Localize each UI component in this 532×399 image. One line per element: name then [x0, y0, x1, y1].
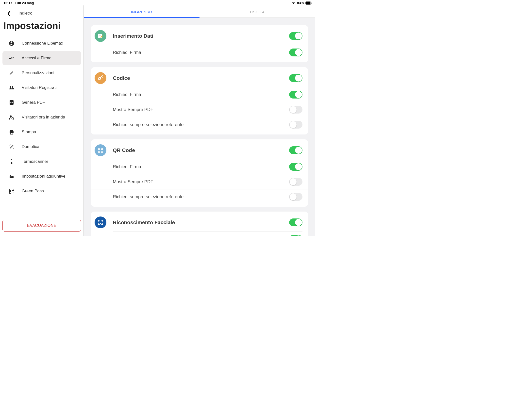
toggle-switch[interactable]	[289, 106, 302, 114]
status-date: Lun 23 mag	[15, 1, 34, 5]
squiggle-icon	[8, 55, 15, 61]
sidebar-item-thermo[interactable]: Termoscanner	[2, 154, 81, 169]
card-enable-toggle[interactable]	[289, 74, 302, 82]
tab-ingresso[interactable]: INGRESSO	[84, 5, 200, 17]
sidebar-item-label: Termoscanner	[22, 159, 48, 164]
wifi-icon	[292, 1, 296, 5]
sidebar-item-wand[interactable]: Domotica	[2, 140, 81, 154]
people-icon	[8, 84, 15, 91]
sidebar-item-label: Personalizzazioni	[22, 70, 54, 75]
card-body: Richiedi Firma Mostra Sempre PDF Richied…	[91, 159, 308, 207]
card-title: Inserimento Dati	[113, 33, 289, 39]
sliders-icon	[8, 173, 15, 180]
sidebar-item-label: Connessione Libemax	[22, 41, 63, 46]
nav-list: Connessione Libemax Accessi e Firma Pers…	[0, 36, 83, 216]
tab-uscita[interactable]: USCITA	[200, 5, 315, 17]
setting-row: Richiedi Firma	[91, 87, 308, 102]
svg-rect-49	[306, 2, 310, 4]
battery-icon	[305, 1, 312, 5]
setting-label: Richiedi Firma	[113, 164, 289, 169]
sidebar: ❮ Indietro Impostazioni Connessione Libe…	[0, 5, 84, 236]
card-key: Codice Richiedi Firma Mostra Sempre PDF …	[91, 67, 308, 134]
sidebar-item-label: Impostazioni aggiuntive	[22, 174, 66, 179]
setting-row: Richiedi Firma	[91, 45, 308, 60]
setting-row: Richiedi sempre selezione referente	[91, 189, 308, 204]
card-qrcode: QR Code Richiedi Firma Mostra Sempre PDF…	[91, 139, 308, 207]
sidebar-item-qr-grid[interactable]: Green Pass	[2, 184, 81, 198]
card-title: Codice	[113, 75, 289, 81]
sidebar-item-label: Green Pass	[22, 189, 44, 194]
card-header: Inserimento Dati	[91, 25, 308, 45]
setting-row: Richiedi Firma	[91, 232, 308, 236]
sidebar-item-label: Visitatori ora in azienda	[22, 115, 65, 120]
sidebar-item-globe[interactable]: Connessione Libemax	[2, 36, 81, 50]
key-icon	[95, 72, 106, 84]
sidebar-item-squiggle[interactable]: Accessi e Firma	[2, 51, 81, 65]
setting-row: Richiedi sempre selezione referente	[91, 117, 308, 132]
card-title: Riconoscimento Facciale	[113, 219, 289, 225]
cards-container[interactable]: Inserimento Dati Richiedi Firma Codice R…	[84, 18, 315, 236]
card-header: Riconoscimento Facciale	[91, 212, 308, 231]
face-id-icon	[95, 216, 106, 228]
setting-label: Richiedi sempre selezione referente	[113, 194, 289, 200]
sidebar-item-person-search[interactable]: Visitatori ora in azienda	[2, 110, 81, 124]
note-edit-icon	[95, 30, 106, 42]
person-search-icon	[8, 114, 15, 120]
card-body: Richiedi Firma Mostra Sempre PDF Richied…	[91, 87, 308, 134]
card-enable-toggle[interactable]	[289, 32, 302, 40]
card-face-id: Riconoscimento Facciale Richiedi Firma M…	[91, 212, 308, 236]
globe-icon	[8, 40, 15, 47]
card-header: QR Code	[91, 139, 308, 159]
setting-row: Mostra Sempre PDF	[91, 174, 308, 189]
sidebar-item-sliders[interactable]: Impostazioni aggiuntive	[2, 169, 81, 183]
card-header: Codice	[91, 67, 308, 87]
main-panel: INGRESSO USCITA Inserimento Dati Richied…	[84, 5, 315, 236]
setting-label: Mostra Sempre PDF	[113, 107, 289, 112]
toggle-switch[interactable]	[289, 49, 302, 56]
setting-label: Richiedi sempre selezione referente	[113, 122, 289, 127]
sidebar-item-label: Visitatori Registrati	[22, 85, 56, 90]
card-body: Richiedi Firma Mostra Sempre PDF	[91, 232, 308, 236]
status-time: 12:17	[3, 1, 12, 5]
card-title: QR Code	[113, 147, 289, 153]
setting-label: Richiedi Firma	[113, 50, 289, 55]
page-title: Impostazioni	[0, 20, 83, 36]
sidebar-item-print[interactable]: Stampa	[2, 125, 81, 139]
sidebar-item-pdf[interactable]: Genera PDF	[2, 95, 81, 110]
evacuazione-button[interactable]: EVACUAZIONE	[2, 220, 81, 232]
print-icon	[8, 129, 15, 135]
card-note-edit: Inserimento Dati Richiedi Firma	[91, 25, 308, 62]
setting-label: Richiedi Firma	[113, 92, 289, 97]
setting-row: Richiedi Firma	[91, 159, 308, 174]
setting-label: Mostra Sempre PDF	[113, 179, 289, 184]
svg-rect-50	[311, 2, 311, 4]
sidebar-item-label: Domotica	[22, 144, 39, 149]
toggle-switch[interactable]	[289, 235, 302, 236]
toggle-switch[interactable]	[289, 163, 302, 171]
brush-icon	[8, 70, 15, 76]
chevron-left-icon: ❮	[7, 10, 11, 16]
card-enable-toggle[interactable]	[289, 218, 302, 226]
qrcode-icon	[95, 144, 106, 156]
toggle-switch[interactable]	[289, 193, 302, 201]
back-label: Indietro	[18, 11, 33, 16]
sidebar-item-label: Stampa	[22, 130, 36, 134]
toggle-switch[interactable]	[289, 178, 302, 186]
thermo-icon	[8, 158, 15, 165]
sidebar-item-label: Genera PDF	[22, 100, 45, 105]
wand-icon	[8, 144, 15, 150]
qr-grid-icon	[8, 188, 15, 194]
card-enable-toggle[interactable]	[289, 146, 302, 154]
sidebar-item-label: Accessi e Firma	[22, 56, 51, 61]
card-body: Richiedi Firma	[91, 45, 308, 62]
sidebar-item-people[interactable]: Visitatori Registrati	[2, 81, 81, 95]
toggle-switch[interactable]	[289, 91, 302, 99]
pdf-icon	[8, 99, 15, 106]
sidebar-item-brush[interactable]: Personalizzazioni	[2, 66, 81, 80]
back-button[interactable]: ❮ Indietro	[0, 9, 83, 20]
status-bar: 12:17 Lun 23 mag 83%	[0, 0, 315, 5]
toggle-switch[interactable]	[289, 121, 302, 129]
status-battery: 83%	[297, 1, 304, 5]
setting-row: Mostra Sempre PDF	[91, 102, 308, 117]
tabs: INGRESSO USCITA	[84, 5, 315, 18]
